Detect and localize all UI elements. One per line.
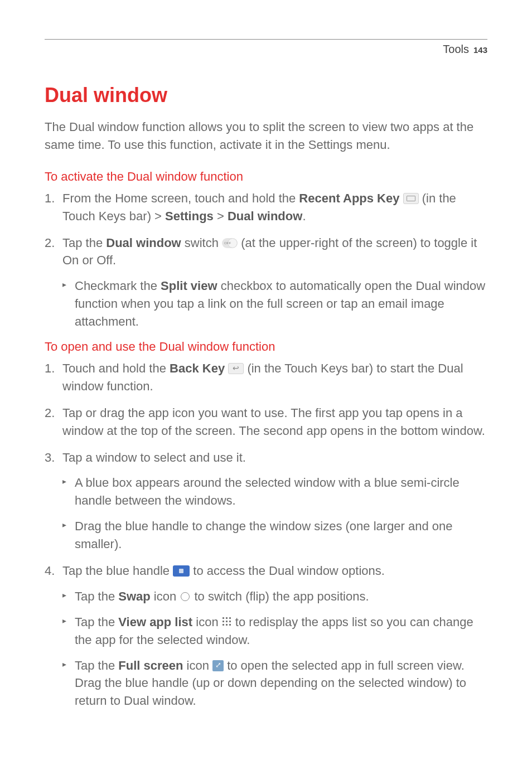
step4-bullet-fullscreen: Tap the Full screen icon to open the sel… [62, 657, 487, 710]
app-list-grid-icon [222, 617, 232, 627]
text: > [214, 209, 228, 223]
page-header: Tools 143 [45, 40, 487, 84]
open-step-2: 2. Tap or drag the app icon you want to … [45, 404, 487, 440]
page: Tools 143 Dual window The Dual window fu… [0, 0, 532, 741]
open-steps: 1. Touch and hold the Back Key (in the T… [45, 360, 487, 710]
text: switch [181, 236, 222, 250]
activate-heading: To activate the Dual window function [45, 170, 487, 184]
text: Tap a window to select and use it. [62, 451, 246, 464]
intro-paragraph: The Dual window function allows you to s… [45, 118, 487, 154]
step3-bullet-drag: Drag the blue handle to change the windo… [62, 517, 487, 553]
open-step-3: 3. Tap a window to select and use it. A … [45, 449, 487, 553]
activate-bullet-splitview: Checkmark the Split view checkbox to aut… [62, 277, 487, 331]
step4-bullet-swap: Tap the Swap icon to switch (flip) the a… [62, 588, 487, 606]
text: A blue box appears around the selected w… [75, 476, 460, 507]
text: Drag the blue handle to change the windo… [75, 519, 453, 551]
open-step-4: 4. Tap the blue handle to access the Dua… [45, 562, 487, 710]
header-section: Tools [443, 43, 469, 56]
text: to switch (flip) the app positions. [191, 589, 369, 603]
bold-swap: Swap [118, 589, 150, 603]
back-key-icon [228, 363, 244, 374]
text: icon [183, 659, 212, 672]
page-title: Dual window [45, 84, 487, 107]
text: Tap the [75, 615, 118, 629]
step3-bullet-bluebox: A blue box appears around the selected w… [62, 474, 487, 510]
header-page-number: 143 [473, 45, 487, 55]
text: . [302, 209, 306, 223]
bold-settings: Settings [165, 209, 214, 223]
bold-dual-window: Dual window [228, 209, 302, 223]
step-number: 2. [45, 234, 55, 252]
activate-step-1: 1. From the Home screen, touch and hold … [45, 190, 487, 225]
text: Tap or drag the app icon you want to use… [62, 406, 485, 438]
step3-sublist: A blue box appears around the selected w… [62, 474, 487, 553]
step-number: 4. [45, 562, 55, 580]
text: icon [192, 615, 222, 629]
text: icon [151, 589, 180, 603]
text: Tap the blue handle [62, 564, 173, 578]
text: Touch and hold the [62, 361, 170, 375]
step4-bullet-viewapplist: Tap the View app list icon to redisplay … [62, 613, 487, 649]
text: Tap the [75, 659, 118, 672]
bold-full-screen: Full screen [118, 659, 183, 672]
bold-back-key: Back Key [170, 361, 225, 375]
text: Tap the [62, 236, 106, 250]
step-number: 2. [45, 404, 55, 422]
bold-recent-apps-key: Recent Apps Key [299, 191, 399, 205]
blue-handle-icon [173, 565, 190, 577]
step-number: 3. [45, 449, 55, 467]
text: Checkmark the [75, 279, 161, 293]
open-heading: To open and use the Dual window function [45, 340, 487, 354]
bold-dual-window: Dual window [106, 236, 181, 250]
activate-steps: 1. From the Home screen, touch and hold … [45, 190, 487, 331]
text: From the Home screen, touch and hold the [62, 191, 299, 205]
text: Tap the [75, 589, 118, 603]
activate-sublist: Checkmark the Split view checkbox to aut… [62, 277, 487, 331]
bold-split-view: Split view [161, 279, 217, 293]
step-number: 1. [45, 360, 55, 377]
swap-icon [180, 591, 191, 602]
activate-step-2: 2. Tap the Dual window switch (at the up… [45, 234, 487, 331]
step-number: 1. [45, 190, 55, 207]
toggle-switch-icon [222, 238, 238, 248]
full-screen-icon [212, 660, 224, 671]
text: to access the Dual window options. [190, 564, 385, 578]
step4-sublist: Tap the Swap icon to switch (flip) the a… [62, 588, 487, 710]
open-step-1: 1. Touch and hold the Back Key (in the T… [45, 360, 487, 395]
bold-view-app-list: View app list [118, 615, 192, 629]
recent-apps-key-icon [403, 193, 419, 204]
